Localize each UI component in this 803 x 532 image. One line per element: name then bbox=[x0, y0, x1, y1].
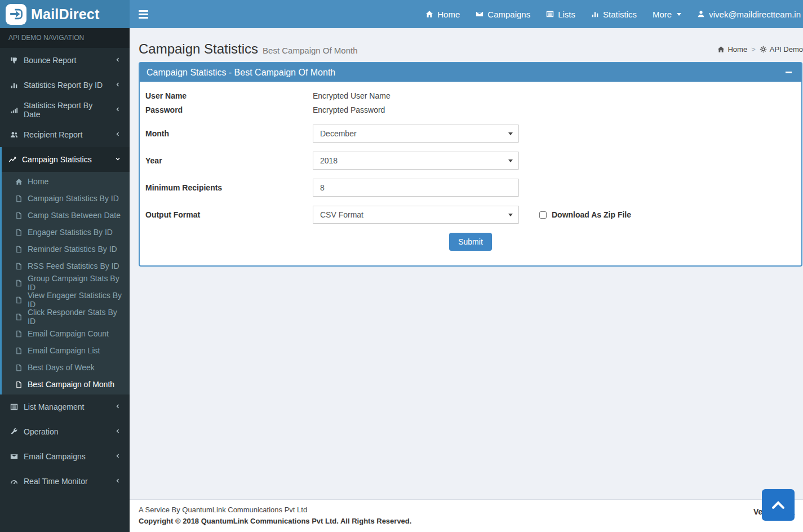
submenu-item-label: RSS Feed Statistics By ID bbox=[28, 261, 119, 271]
file-icon bbox=[15, 195, 23, 202]
submit-button[interactable]: Submit bbox=[449, 233, 492, 251]
sidebar-section-header: API DEMO NAVIGATION bbox=[0, 28, 130, 48]
nav-more-dropdown[interactable]: More bbox=[645, 0, 689, 28]
collapse-panel-button[interactable] bbox=[782, 66, 795, 79]
page-title: Campaign Statistics bbox=[139, 41, 258, 56]
home-icon bbox=[425, 10, 433, 18]
nav-campaigns-label: Campaigns bbox=[487, 10, 530, 19]
submenu-item-email-campaign-count[interactable]: Email Campaign Count bbox=[2, 325, 130, 342]
breadcrumb-separator: > bbox=[751, 45, 756, 54]
footer-service-line: A Service By QuantumLink Communications … bbox=[139, 506, 795, 514]
breadcrumb-home[interactable]: Home bbox=[717, 45, 747, 54]
file-icon bbox=[15, 296, 23, 304]
month-select[interactable]: December bbox=[313, 125, 519, 143]
password-value: Encrypted Password bbox=[313, 105, 385, 114]
submenu-item-engager-statistics-by-id[interactable]: Engager Statistics By ID bbox=[2, 224, 130, 241]
sidebar-menu: Bounce Report Statistics Report By ID St… bbox=[0, 48, 130, 494]
nav-home[interactable]: Home bbox=[418, 0, 468, 28]
brand-logo[interactable]: MailDirect bbox=[0, 0, 130, 28]
nav-more-label: More bbox=[653, 10, 672, 19]
sidebar-item-statistics-report-by-date[interactable]: Statistics Report By Date bbox=[0, 97, 130, 122]
sidebar-item-list-management[interactable]: List Management bbox=[0, 394, 130, 419]
submenu-item-label: Reminder Statistics By ID bbox=[28, 245, 117, 254]
submenu-item-label: Email Campaign Count bbox=[28, 329, 109, 338]
panel-title: Campaign Statistics - Best Campaign Of M… bbox=[147, 68, 335, 78]
list-icon bbox=[10, 403, 18, 411]
bar-chart-icon bbox=[10, 81, 18, 89]
nav-home-label: Home bbox=[437, 10, 460, 19]
chevron-left-icon bbox=[114, 56, 121, 65]
content-header: Campaign StatisticsBest Campaign Of Mont… bbox=[130, 28, 803, 61]
output-format-row: Output Format CSV Format Download As Zip… bbox=[145, 206, 796, 224]
envelope-icon bbox=[476, 10, 483, 18]
submenu-item-click-responder-stats-by-id[interactable]: Click Responder Stats By ID bbox=[2, 308, 130, 325]
submenu-item-best-campaign-of-month[interactable]: Best Campaign of Month bbox=[2, 376, 130, 393]
wrench-icon bbox=[10, 428, 18, 436]
sidebar-item-operation[interactable]: Operation bbox=[0, 419, 130, 444]
select-caret-icon bbox=[508, 132, 513, 135]
file-icon bbox=[15, 330, 23, 338]
submenu-item-view-engager-statistics-by-id[interactable]: View Engager Statistics By ID bbox=[2, 291, 130, 308]
submenu-item-rss-feed-statistics-by-id[interactable]: RSS Feed Statistics By ID bbox=[2, 258, 130, 274]
sidebar-item-bounce-report[interactable]: Bounce Report bbox=[0, 48, 130, 73]
submenu-item-best-days-of-week[interactable]: Best Days of Week bbox=[2, 359, 130, 376]
chevron-left-icon bbox=[114, 452, 121, 461]
minimum-recipients-input[interactable] bbox=[313, 179, 519, 197]
sidebar-toggle-button[interactable] bbox=[130, 0, 157, 28]
minimum-recipients-label: Minimum Recipients bbox=[145, 183, 313, 192]
submenu-item-label: Email Campaign List bbox=[28, 346, 100, 355]
submenu-item-camp-stats-between-date[interactable]: Camp Stats Between Date bbox=[2, 207, 130, 224]
sidebar-item-real-time-monitor[interactable]: Real Time Monitor bbox=[0, 469, 130, 494]
breadcrumb: Home > API Demo bbox=[717, 45, 803, 54]
user-icon bbox=[697, 10, 705, 18]
submenu-item-campaign-statistics-by-id[interactable]: Campaign Statistics By ID bbox=[2, 190, 130, 207]
minus-icon bbox=[786, 72, 792, 73]
submenu-item-label: Camp Stats Between Date bbox=[28, 211, 121, 220]
nav-campaigns[interactable]: Campaigns bbox=[468, 0, 538, 28]
user-name-row: User Name Encrypted User Name bbox=[145, 90, 796, 101]
minimum-recipients-row: Minimum Recipients bbox=[145, 179, 796, 197]
top-navbar: MailDirect Home Campaigns Lists Statisti… bbox=[0, 0, 803, 28]
breadcrumb-home-label: Home bbox=[727, 45, 747, 54]
navbar-links: Home Campaigns Lists Statistics More viv… bbox=[418, 0, 803, 28]
submenu-item-reminder-statistics-by-id[interactable]: Reminder Statistics By ID bbox=[2, 241, 130, 258]
sidebar-item-statistics-report-by-id[interactable]: Statistics Report By ID bbox=[0, 73, 130, 97]
list-icon bbox=[546, 10, 554, 18]
month-selected-value: December bbox=[320, 129, 357, 138]
file-icon bbox=[15, 280, 23, 287]
submenu-item-home[interactable]: Home bbox=[2, 173, 130, 190]
nav-lists[interactable]: Lists bbox=[538, 0, 583, 28]
year-label: Year bbox=[145, 156, 313, 165]
nav-statistics-label: Statistics bbox=[603, 10, 637, 19]
download-as-zip-option: Download As Zip File bbox=[539, 210, 631, 219]
password-row: Password Encrypted Password bbox=[145, 104, 796, 116]
output-format-select[interactable]: CSV Format bbox=[313, 206, 519, 224]
scroll-to-top-button[interactable] bbox=[762, 489, 795, 521]
submenu-item-label: Campaign Statistics By ID bbox=[28, 194, 119, 203]
breadcrumb-api-demo[interactable]: API Demo bbox=[760, 45, 803, 54]
sidebar-item-label: Real Time Monitor bbox=[24, 477, 88, 486]
download-as-zip-checkbox[interactable] bbox=[539, 211, 547, 219]
chevron-left-icon bbox=[114, 402, 121, 411]
chevron-left-icon bbox=[114, 427, 121, 436]
nav-statistics[interactable]: Statistics bbox=[583, 0, 645, 28]
submenu-item-group-campaign-stats-by-id[interactable]: Group Campaign Stats By ID bbox=[2, 274, 130, 291]
page-heading: Campaign StatisticsBest Campaign Of Mont… bbox=[139, 41, 358, 57]
sidebar-item-label: Statistics Report By Date bbox=[24, 101, 109, 119]
thumbs-down-icon bbox=[10, 56, 18, 64]
maildirect-logo-icon bbox=[6, 4, 26, 25]
bar-chart-icon bbox=[591, 10, 599, 18]
brand-name: MailDirect bbox=[31, 6, 99, 23]
sidebar-item-label: Operation bbox=[24, 427, 58, 436]
sidebar-item-campaign-statistics[interactable]: Campaign Statistics bbox=[2, 147, 130, 172]
month-row: Month December bbox=[145, 125, 796, 143]
month-label: Month bbox=[145, 129, 313, 138]
sidebar-item-label: Campaign Statistics bbox=[22, 155, 92, 164]
nav-user-account[interactable]: vivek@maildirectteam.in bbox=[689, 0, 803, 28]
sidebar-item-recipient-report[interactable]: Recipient Report bbox=[0, 122, 130, 147]
form-panel: Campaign Statistics - Best Campaign Of M… bbox=[139, 62, 802, 267]
chevron-left-icon bbox=[114, 105, 121, 114]
submenu-item-email-campaign-list[interactable]: Email Campaign List bbox=[2, 342, 130, 359]
year-select[interactable]: 2018 bbox=[313, 152, 519, 170]
sidebar-item-email-campaigns[interactable]: Email Campaigns bbox=[0, 444, 130, 469]
